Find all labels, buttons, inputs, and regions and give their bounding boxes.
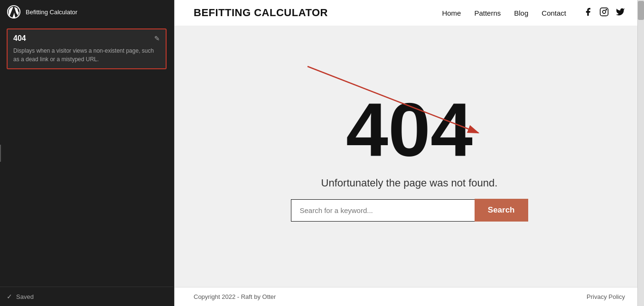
site-preview: BEFITTING CALCULATOR Home Patterns Blog … — [174, 0, 644, 306]
nav-contact[interactable]: Contact — [541, 9, 566, 17]
social-icons — [583, 7, 625, 19]
site-nav: Home Patterns Blog Contact — [442, 7, 625, 19]
site-logo: BEFITTING CALCULATOR — [194, 7, 328, 19]
footer-privacy-link[interactable]: Privacy Policy — [587, 293, 625, 300]
404-page-block[interactable]: 404 ✎ Displays when a visitor views a no… — [7, 28, 167, 69]
scrollbar-thumb[interactable] — [638, 1, 644, 20]
site-header: BEFITTING CALCULATOR Home Patterns Blog … — [175, 0, 644, 26]
footer-copyright: Copyright 2022 - Raft by Otter — [194, 293, 276, 300]
scrollbar[interactable] — [637, 0, 644, 306]
instagram-icon[interactable] — [599, 7, 609, 19]
error-message-text: Unfortunately the page was not found. — [321, 177, 498, 189]
saved-label: Saved — [16, 293, 34, 300]
page-block-header: 404 ✎ — [13, 34, 160, 43]
nav-blog[interactable]: Blog — [514, 9, 528, 17]
nav-patterns[interactable]: Patterns — [474, 9, 501, 17]
saved-checkmark-icon: ✓ — [7, 293, 12, 300]
error-code-display: 404 — [346, 92, 473, 167]
sidebar: ‹ Befitting Calculator 404 ✎ Displays wh… — [0, 0, 173, 306]
collapse-sidebar-button[interactable]: ‹ — [0, 145, 1, 162]
error-content-area: 404 Unfortunately the page was not found… — [175, 26, 644, 287]
search-row: Search — [291, 199, 528, 222]
svg-point-5 — [606, 9, 607, 10]
page-block-description: Displays when a visitor views a non-exis… — [13, 46, 160, 64]
edit-icon[interactable]: ✎ — [154, 35, 160, 42]
svg-rect-3 — [600, 8, 608, 16]
sidebar-header: Befitting Calculator — [0, 0, 173, 24]
search-button[interactable]: Search — [475, 199, 528, 222]
page-block-title: 404 — [13, 34, 26, 43]
facebook-icon[interactable] — [583, 7, 593, 19]
site-footer: Copyright 2022 - Raft by Otter Privacy P… — [175, 287, 644, 306]
nav-home[interactable]: Home — [442, 9, 461, 17]
sidebar-content: 404 ✎ Displays when a visitor views a no… — [0, 24, 173, 287]
sidebar-footer: ✓ Saved — [0, 287, 173, 306]
wordpress-logo-icon — [7, 5, 21, 19]
svg-point-4 — [603, 10, 606, 13]
search-input[interactable] — [291, 199, 475, 222]
twitter-icon[interactable] — [616, 7, 625, 19]
sidebar-app-title: Befitting Calculator — [26, 9, 77, 16]
